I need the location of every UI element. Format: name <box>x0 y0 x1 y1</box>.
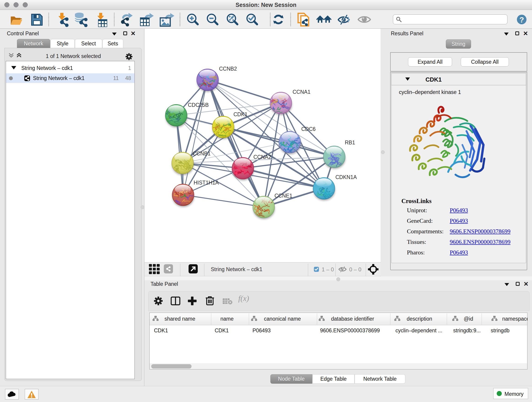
svg-text:CCNA2: CCNA2 <box>253 154 271 160</box>
svg-text:CCNB2: CCNB2 <box>219 66 237 72</box>
svg-text:CCNA1: CCNA1 <box>293 89 310 95</box>
svg-text:HIST1H1A: HIST1H1A <box>194 180 219 186</box>
svg-text:CDC6: CDC6 <box>301 126 316 132</box>
svg-text:RB1: RB1 <box>345 140 355 146</box>
svg-text:CCNE1: CCNE1 <box>274 193 292 199</box>
svg-text:CDC25B: CDC25B <box>188 102 209 108</box>
svg-text:CDKN1A: CDKN1A <box>336 174 357 180</box>
svg-text:CDK1: CDK1 <box>234 111 247 117</box>
svg-text:CCNB1: CCNB1 <box>193 151 210 157</box>
